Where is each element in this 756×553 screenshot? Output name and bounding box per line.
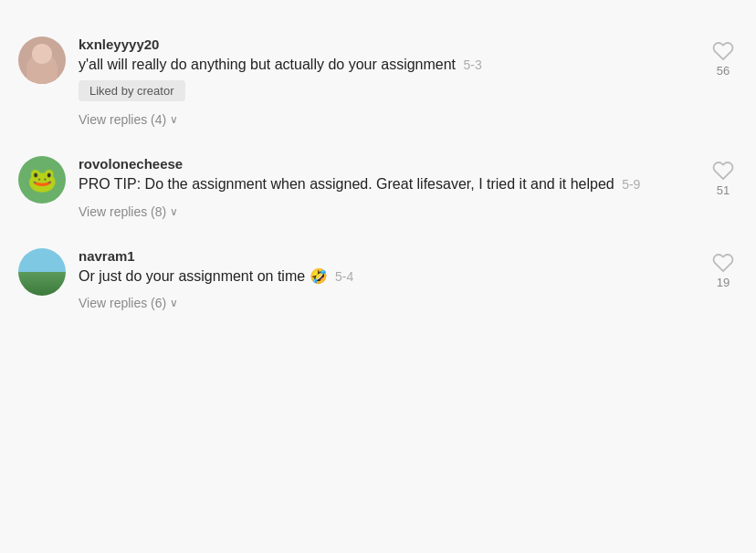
- like-section: 19: [712, 252, 734, 289]
- username: kxnleyyyy20: [79, 37, 738, 52]
- view-replies-button[interactable]: View replies (6) ∨: [79, 292, 738, 318]
- heart-icon[interactable]: [712, 40, 734, 62]
- view-replies-button[interactable]: View replies (8) ∨: [79, 201, 738, 226]
- like-count: 19: [717, 276, 730, 289]
- like-section: 51: [712, 160, 734, 197]
- comment-body: navram1 Or just do your assignment on ti…: [79, 248, 738, 318]
- comment-text: PRO TIP: Do the assignment when assigned…: [79, 174, 738, 194]
- comment-body: kxnleyyyy20 y'all will really do anythin…: [79, 37, 738, 134]
- heart-icon[interactable]: [712, 160, 734, 182]
- chevron-down-icon: ∨: [170, 297, 178, 309]
- comment-item: kxnleyyyy20 y'all will really do anythin…: [0, 22, 756, 141]
- liked-by-creator-badge: Liked by creator: [79, 80, 185, 101]
- like-count: 56: [717, 64, 730, 78]
- username: navram1: [79, 248, 738, 264]
- comment-item: navram1 Or just do your assignment on ti…: [0, 234, 756, 325]
- heart-icon[interactable]: [712, 252, 734, 274]
- username: rovolonecheese: [79, 156, 738, 172]
- comments-list: kxnleyyyy20 y'all will really do anythin…: [0, 15, 756, 332]
- avatar: 🐸: [18, 156, 66, 203]
- chevron-down-icon: ∨: [170, 113, 178, 126]
- comment-text: y'all will really do anything but actual…: [79, 55, 738, 75]
- comment-text: Or just do your assignment on time 🤣 5-4: [79, 266, 738, 287]
- like-count: 51: [717, 183, 730, 197]
- avatar: [18, 37, 66, 84]
- chevron-down-icon: ∨: [170, 205, 178, 218]
- avatar: [18, 248, 66, 296]
- comment-body: rovolonecheese PRO TIP: Do the assignmen…: [79, 156, 738, 225]
- comment-item: 🐸 rovolonecheese PRO TIP: Do the assignm…: [0, 141, 756, 233]
- like-section: 56: [712, 40, 734, 78]
- view-replies-button[interactable]: View replies (4) ∨: [79, 109, 738, 134]
